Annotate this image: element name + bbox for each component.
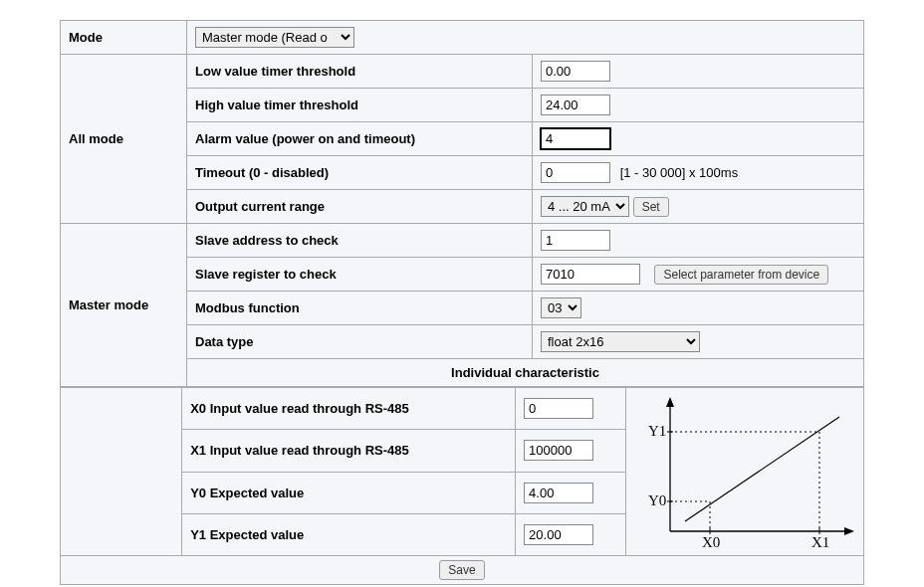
data-type-select[interactable]: float 2x16 — [541, 331, 700, 352]
y1-input[interactable] — [524, 524, 593, 545]
y0-input[interactable] — [524, 483, 593, 503]
low-thresh-input[interactable] — [541, 61, 610, 82]
svg-marker-2 — [666, 397, 674, 407]
x0-label: X0 Input value read through RS-485 — [182, 388, 516, 430]
high-thresh-label: High value timer threshold — [187, 89, 533, 122]
y1-axis-label: Y1 — [648, 423, 666, 439]
slave-reg-label: Slave register to check — [187, 258, 533, 292]
timeout-hint: [1 - 30 000] x 100ms — [620, 165, 739, 180]
out-range-label: Output current range — [187, 190, 533, 224]
save-button[interactable]: Save — [439, 560, 484, 580]
mode-select[interactable]: Master mode (Read o — [195, 27, 354, 48]
timeout-label: Timeout (0 - disabled) — [187, 156, 533, 190]
modbus-fn-select[interactable]: 03 — [541, 297, 581, 318]
x1-label: X1 Input value read through RS-485 — [182, 430, 516, 472]
alarm-label: Alarm value (power on and timeout) — [187, 122, 533, 156]
slave-reg-input[interactable] — [541, 264, 640, 285]
settings-table: Mode Master mode (Read o All mode Low va… — [60, 20, 864, 387]
y0-label: Y0 Expected value — [182, 472, 516, 513]
characteristic-subtable: X0 Input value read through RS-485 — [60, 387, 864, 585]
x0-axis-label: X0 — [702, 534, 720, 550]
characteristic-chart: Y1 Y0 X0 X1 — [630, 392, 859, 551]
mode-label: Mode — [61, 21, 187, 55]
alarm-input[interactable] — [541, 128, 610, 149]
data-type-label: Data type — [187, 325, 533, 359]
timeout-input[interactable] — [541, 162, 610, 183]
master-mode-header: Master mode — [61, 224, 187, 387]
out-range-select[interactable]: 4 ... 20 mA — [541, 196, 629, 217]
x0-input[interactable] — [524, 398, 593, 419]
y0-axis-label: Y0 — [648, 492, 666, 508]
x1-axis-label: X1 — [811, 534, 829, 550]
all-mode-header: All mode — [61, 55, 187, 224]
x1-input[interactable] — [524, 440, 593, 461]
svg-marker-3 — [844, 527, 854, 535]
slave-addr-input[interactable] — [541, 230, 610, 251]
characteristic-chart-cell: Y1 Y0 X0 X1 — [626, 388, 864, 556]
set-button[interactable]: Set — [633, 197, 669, 217]
slave-addr-label: Slave address to check — [187, 224, 533, 258]
high-thresh-input[interactable] — [541, 95, 610, 115]
svg-line-12 — [685, 417, 839, 521]
y1-label: Y1 Expected value — [182, 513, 516, 555]
modbus-fn-label: Modbus function — [187, 292, 533, 325]
select-param-button[interactable]: Select parameter from device — [654, 265, 828, 285]
low-thresh-label: Low value timer threshold — [187, 55, 533, 89]
indiv-char-title: Individual characteristic — [187, 359, 864, 387]
